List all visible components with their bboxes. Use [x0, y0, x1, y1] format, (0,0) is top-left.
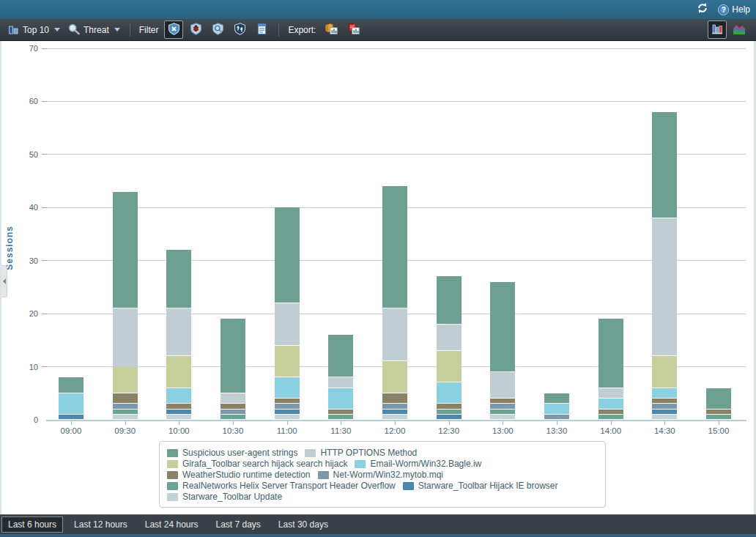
time-range-tab-last-7-days[interactable]: Last 7 days	[209, 516, 267, 533]
bar-segment[interactable]	[544, 404, 569, 413]
bar-segment[interactable]	[328, 335, 353, 377]
filter-button-3[interactable]	[208, 21, 227, 39]
bar-segment[interactable]	[275, 415, 300, 419]
bar-segment[interactable]	[113, 404, 138, 408]
bar-segment[interactable]	[382, 393, 407, 403]
sidebar-collapse-handle[interactable]	[1, 265, 7, 297]
bar-segment[interactable]	[598, 415, 623, 419]
bar-segment[interactable]	[490, 372, 515, 398]
bar-segment[interactable]	[652, 112, 677, 218]
bar-segment[interactable]	[652, 356, 677, 387]
time-range-tab-last-12-hours[interactable]: Last 12 hours	[67, 516, 134, 533]
bar-segment[interactable]	[275, 399, 300, 403]
bar-segment[interactable]	[652, 388, 677, 398]
bar-segment[interactable]	[437, 325, 462, 350]
bar-segment[interactable]	[275, 303, 300, 345]
bar-segment[interactable]	[490, 410, 515, 414]
bar-segment[interactable]	[544, 415, 569, 419]
chevron-left-icon	[3, 278, 6, 284]
legend-label: Email-Worm/Win32.Bagle.iw	[370, 459, 481, 469]
bar-segment[interactable]	[490, 404, 515, 408]
bar-segment[interactable]	[166, 250, 191, 308]
filter-button-2[interactable]	[186, 21, 205, 39]
bar-segment[interactable]	[706, 388, 731, 409]
bar-segment[interactable]	[59, 415, 84, 419]
bar-segment[interactable]	[706, 415, 731, 419]
bar-segment[interactable]	[437, 404, 462, 408]
refresh-button[interactable]	[694, 1, 711, 18]
bar-segment[interactable]	[598, 388, 623, 398]
bar-segment[interactable]	[490, 415, 515, 419]
bar-segment[interactable]	[220, 393, 245, 403]
bar-segment[interactable]	[652, 404, 677, 408]
bar-segment[interactable]	[328, 410, 353, 414]
top10-label: Top 10	[23, 25, 49, 35]
bar-segment[interactable]	[490, 399, 515, 403]
bar-segment[interactable]	[328, 415, 353, 419]
bar-segment[interactable]	[652, 399, 677, 403]
bar-segment[interactable]	[598, 410, 623, 414]
bar-segment[interactable]	[275, 404, 300, 408]
chart-view-button-1[interactable]	[708, 21, 727, 39]
bar-segment[interactable]	[275, 410, 300, 414]
top10-dropdown[interactable]: Top 10	[4, 21, 64, 39]
bar-segment[interactable]	[166, 404, 191, 408]
filter-button-4[interactable]	[230, 21, 249, 39]
bar-segment[interactable]	[652, 410, 677, 414]
time-range-tab-last-6-hours[interactable]: Last 6 hours	[1, 516, 63, 533]
bar-segment[interactable]	[437, 382, 462, 403]
bar-segment[interactable]	[166, 410, 191, 414]
export-button-2[interactable]	[344, 21, 363, 39]
bar-segment[interactable]	[59, 393, 84, 414]
filter-button-1[interactable]	[164, 21, 183, 39]
bar-segment[interactable]	[382, 308, 407, 360]
bar-segment[interactable]	[220, 410, 245, 414]
bar-segment[interactable]	[652, 218, 677, 355]
bar-segment[interactable]	[490, 282, 515, 371]
bar-segment[interactable]	[113, 415, 138, 419]
bar-segment[interactable]	[598, 319, 623, 387]
bar-segment[interactable]	[382, 361, 407, 392]
bar-segment[interactable]	[328, 377, 353, 387]
bar-segment[interactable]	[113, 308, 138, 366]
bar-segment[interactable]	[382, 410, 407, 414]
bar-segment[interactable]	[437, 415, 462, 419]
help-button[interactable]: ? Help	[718, 4, 750, 15]
bar-segment[interactable]	[113, 367, 138, 393]
export-button-1[interactable]	[322, 21, 341, 39]
bar-segment[interactable]	[437, 410, 462, 414]
bar-segment[interactable]	[382, 186, 407, 308]
bar-segment[interactable]	[598, 399, 623, 408]
bar-segment[interactable]	[166, 415, 191, 419]
bar-segment[interactable]	[275, 346, 300, 377]
bar-segment[interactable]	[437, 276, 462, 323]
bar-segment[interactable]	[382, 404, 407, 408]
time-range-tab-last-30-days[interactable]: Last 30 days	[272, 516, 335, 533]
bar-segment[interactable]	[275, 207, 300, 302]
bottom-accent-strip	[0, 534, 756, 537]
chart-view-button-2[interactable]	[730, 21, 749, 39]
bar-segment[interactable]	[437, 351, 462, 382]
time-range-tab-last-24-hours[interactable]: Last 24 hours	[138, 516, 205, 533]
bar-segment[interactable]	[652, 415, 677, 419]
bar-segment[interactable]	[382, 415, 407, 419]
bar-segment[interactable]	[113, 393, 138, 403]
threat-dropdown[interactable]: Threat	[64, 21, 124, 40]
filter-button-5[interactable]	[252, 21, 271, 39]
bar-segment[interactable]	[166, 388, 191, 404]
bar-segment[interactable]	[166, 356, 191, 387]
bar-segment[interactable]	[328, 388, 353, 409]
bar-segment[interactable]	[706, 410, 731, 414]
shield-bug-icon	[189, 22, 203, 38]
bar-segment[interactable]	[59, 377, 84, 393]
x-tick-label-12:00: 12:00	[371, 426, 418, 435]
bar-segment[interactable]	[166, 308, 191, 355]
legend-item: Net-Worm/Win32.mytob.mqi	[318, 470, 443, 480]
bar-segment[interactable]	[113, 192, 138, 308]
bar-segment[interactable]	[544, 393, 569, 403]
bar-segment[interactable]	[220, 319, 245, 392]
bar-segment[interactable]	[220, 404, 245, 408]
bar-segment[interactable]	[220, 415, 245, 419]
bar-segment[interactable]	[275, 377, 300, 398]
bar-segment[interactable]	[113, 410, 138, 414]
